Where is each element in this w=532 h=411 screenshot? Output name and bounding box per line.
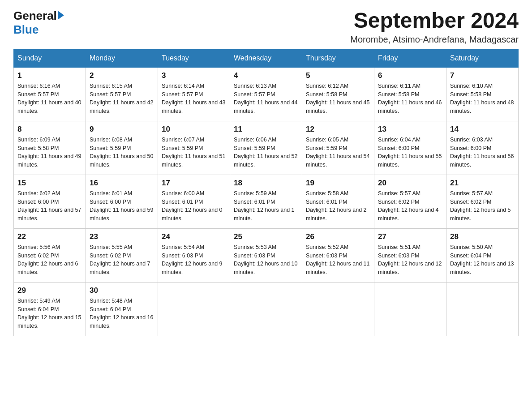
cell-sun-info: Sunrise: 5:57 AMSunset: 6:02 PMDaylight:… (378, 189, 442, 223)
cell-day-number: 11 (234, 125, 298, 134)
cell-day-number: 10 (162, 125, 226, 134)
location-subtitle: Morombe, Atsimo-Andrefana, Madagascar (350, 34, 519, 45)
calendar-cell: 24Sunrise: 5:54 AMSunset: 6:03 PMDayligh… (158, 228, 230, 282)
cell-sun-info: Sunrise: 6:07 AMSunset: 5:59 PMDaylight:… (162, 136, 226, 169)
title-area: September 2024 Morombe, Atsimo-Andrefana… (350, 9, 519, 45)
cell-sun-info: Sunrise: 6:11 AMSunset: 5:58 PMDaylight:… (378, 82, 442, 116)
calendar-cell: 19Sunrise: 5:58 AMSunset: 6:01 PMDayligh… (302, 175, 374, 228)
cell-sun-info: Sunrise: 6:16 AMSunset: 5:57 PMDaylight:… (17, 82, 82, 116)
cell-sun-info: Sunrise: 6:08 AMSunset: 5:59 PMDaylight:… (90, 136, 154, 169)
cell-day-number: 18 (234, 179, 298, 188)
cell-day-number: 27 (378, 232, 442, 241)
calendar-cell: 23Sunrise: 5:55 AMSunset: 6:02 PMDayligh… (86, 228, 158, 282)
calendar-cell: 14Sunrise: 6:03 AMSunset: 6:00 PMDayligh… (446, 121, 519, 175)
cell-day-number: 4 (234, 71, 298, 80)
day-header-sunday: Sunday (14, 49, 86, 67)
calendar-cell: 10Sunrise: 6:07 AMSunset: 5:59 PMDayligh… (158, 121, 230, 175)
cell-sun-info: Sunrise: 5:48 AMSunset: 6:04 PMDaylight:… (90, 297, 154, 330)
cell-day-number: 30 (90, 286, 154, 295)
cell-day-number: 5 (306, 71, 370, 80)
cell-sun-info: Sunrise: 6:13 AMSunset: 5:57 PMDaylight:… (234, 82, 298, 116)
cell-sun-info: Sunrise: 6:10 AMSunset: 5:58 PMDaylight:… (450, 82, 515, 116)
cell-day-number: 13 (378, 125, 442, 134)
cell-day-number: 26 (306, 232, 370, 241)
cell-day-number: 25 (234, 232, 298, 241)
calendar-cell: 12Sunrise: 6:05 AMSunset: 5:59 PMDayligh… (302, 121, 374, 175)
cell-sun-info: Sunrise: 5:50 AMSunset: 6:04 PMDaylight:… (450, 243, 515, 277)
calendar-cell: 25Sunrise: 5:53 AMSunset: 6:03 PMDayligh… (230, 228, 302, 282)
calendar-cell: 27Sunrise: 5:51 AMSunset: 6:03 PMDayligh… (374, 228, 446, 282)
cell-sun-info: Sunrise: 5:54 AMSunset: 6:03 PMDaylight:… (162, 243, 226, 277)
cell-day-number: 1 (17, 71, 82, 80)
day-header-friday: Friday (374, 49, 446, 67)
cell-sun-info: Sunrise: 5:52 AMSunset: 6:03 PMDaylight:… (306, 243, 370, 277)
calendar-cell: 2Sunrise: 6:15 AMSunset: 5:57 PMDaylight… (86, 67, 158, 121)
cell-day-number: 2 (90, 71, 154, 80)
cell-sun-info: Sunrise: 6:03 AMSunset: 6:00 PMDaylight:… (450, 136, 515, 169)
calendar-cell: 9Sunrise: 6:08 AMSunset: 5:59 PMDaylight… (86, 121, 158, 175)
calendar-cell: 4Sunrise: 6:13 AMSunset: 5:57 PMDaylight… (230, 67, 302, 121)
calendar-cell: 16Sunrise: 6:01 AMSunset: 6:00 PMDayligh… (86, 175, 158, 228)
calendar-week-row: 8Sunrise: 6:09 AMSunset: 5:58 PMDaylight… (14, 121, 519, 175)
cell-day-number: 12 (306, 125, 370, 134)
calendar-cell: 30Sunrise: 5:48 AMSunset: 6:04 PMDayligh… (86, 282, 158, 336)
calendar-cell: 18Sunrise: 5:59 AMSunset: 6:01 PMDayligh… (230, 175, 302, 228)
cell-day-number: 29 (17, 286, 82, 295)
cell-sun-info: Sunrise: 6:15 AMSunset: 5:57 PMDaylight:… (90, 82, 154, 116)
cell-day-number: 7 (450, 71, 515, 80)
calendar-cell: 11Sunrise: 6:06 AMSunset: 5:59 PMDayligh… (230, 121, 302, 175)
cell-sun-info: Sunrise: 6:00 AMSunset: 6:01 PMDaylight:… (162, 189, 226, 223)
day-header-saturday: Saturday (446, 49, 519, 67)
calendar-cell: 28Sunrise: 5:50 AMSunset: 6:04 PMDayligh… (446, 228, 519, 282)
calendar-cell: 20Sunrise: 5:57 AMSunset: 6:02 PMDayligh… (374, 175, 446, 228)
cell-day-number: 24 (162, 232, 226, 241)
calendar-cell: 6Sunrise: 6:11 AMSunset: 5:58 PMDaylight… (374, 67, 446, 121)
cell-sun-info: Sunrise: 6:04 AMSunset: 6:00 PMDaylight:… (378, 136, 442, 169)
month-title: September 2024 (350, 9, 519, 33)
calendar-cell: 7Sunrise: 6:10 AMSunset: 5:58 PMDaylight… (446, 67, 519, 121)
day-header-wednesday: Wednesday (230, 49, 302, 67)
calendar-cell: 26Sunrise: 5:52 AMSunset: 6:03 PMDayligh… (302, 228, 374, 282)
calendar-cell: 3Sunrise: 6:14 AMSunset: 5:57 PMDaylight… (158, 67, 230, 121)
calendar-cell: 22Sunrise: 5:56 AMSunset: 6:02 PMDayligh… (14, 228, 86, 282)
cell-sun-info: Sunrise: 5:57 AMSunset: 6:02 PMDaylight:… (450, 189, 515, 223)
cell-sun-info: Sunrise: 5:49 AMSunset: 6:04 PMDaylight:… (17, 297, 82, 330)
cell-day-number: 19 (306, 179, 370, 188)
cell-sun-info: Sunrise: 6:02 AMSunset: 6:00 PMDaylight:… (17, 189, 82, 223)
cell-sun-info: Sunrise: 5:53 AMSunset: 6:03 PMDaylight:… (234, 243, 298, 277)
calendar-cell: 8Sunrise: 6:09 AMSunset: 5:58 PMDaylight… (14, 121, 86, 175)
cell-sun-info: Sunrise: 6:06 AMSunset: 5:59 PMDaylight:… (234, 136, 298, 169)
cell-sun-info: Sunrise: 5:51 AMSunset: 6:03 PMDaylight:… (378, 243, 442, 277)
logo-blue-text: Blue (13, 23, 39, 37)
cell-sun-info: Sunrise: 6:12 AMSunset: 5:58 PMDaylight:… (306, 82, 370, 116)
cell-sun-info: Sunrise: 5:58 AMSunset: 6:01 PMDaylight:… (306, 189, 370, 223)
day-header-thursday: Thursday (302, 49, 374, 67)
cell-day-number: 3 (162, 71, 226, 80)
logo-general-text: General (13, 9, 57, 23)
cell-sun-info: Sunrise: 6:14 AMSunset: 5:57 PMDaylight:… (162, 82, 226, 116)
day-header-tuesday: Tuesday (158, 49, 230, 67)
cell-day-number: 22 (17, 232, 82, 241)
cell-day-number: 15 (17, 179, 82, 188)
cell-day-number: 21 (450, 179, 515, 188)
cell-day-number: 23 (90, 232, 154, 241)
cell-day-number: 6 (378, 71, 442, 80)
calendar-cell: 17Sunrise: 6:00 AMSunset: 6:01 PMDayligh… (158, 175, 230, 228)
calendar-week-row: 15Sunrise: 6:02 AMSunset: 6:00 PMDayligh… (14, 175, 519, 228)
cell-day-number: 28 (450, 232, 515, 241)
cell-day-number: 9 (90, 125, 154, 134)
calendar-cell (374, 282, 446, 336)
logo-arrow-icon (58, 11, 64, 20)
calendar-cell: 15Sunrise: 6:02 AMSunset: 6:00 PMDayligh… (14, 175, 86, 228)
calendar-cell: 5Sunrise: 6:12 AMSunset: 5:58 PMDaylight… (302, 67, 374, 121)
calendar-cell: 1Sunrise: 6:16 AMSunset: 5:57 PMDaylight… (14, 67, 86, 121)
calendar-cell (230, 282, 302, 336)
cell-day-number: 17 (162, 179, 226, 188)
calendar-cell (158, 282, 230, 336)
calendar-cell (302, 282, 374, 336)
day-header-monday: Monday (86, 49, 158, 67)
cell-sun-info: Sunrise: 5:56 AMSunset: 6:02 PMDaylight:… (17, 243, 82, 277)
calendar-week-row: 1Sunrise: 6:16 AMSunset: 5:57 PMDaylight… (14, 67, 519, 121)
page-header: General Blue September 2024 Morombe, Ats… (13, 9, 519, 45)
cell-sun-info: Sunrise: 6:09 AMSunset: 5:58 PMDaylight:… (17, 136, 82, 169)
